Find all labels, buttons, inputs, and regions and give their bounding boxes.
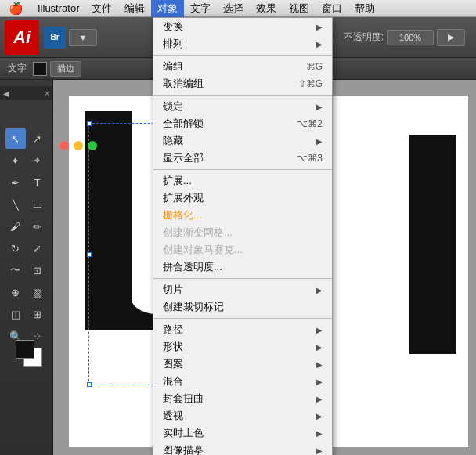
menu-lock-arrow: ▶ — [316, 103, 323, 111]
menubar-object[interactable]: 对象 — [151, 0, 184, 17]
menu-path-label: 路径 — [163, 323, 183, 337]
menu-hide[interactable]: 隐藏 ▶ — [153, 132, 332, 150]
panel-x[interactable]: × — [45, 89, 49, 98]
separator-1 — [153, 55, 332, 56]
menubar-file[interactable]: 文件 — [85, 0, 118, 17]
stroke-btn[interactable]: 描边 — [50, 61, 81, 77]
menu-show-all-label: 显示全部 — [163, 151, 204, 165]
column-chart-tool[interactable]: ▨ — [27, 282, 48, 302]
menu-lock[interactable]: 锁定 ▶ — [153, 98, 332, 115]
type-tool[interactable]: T — [27, 172, 48, 193]
maximize-button[interactable] — [88, 141, 97, 150]
tool-row-5: 🖌 ✏ — [5, 216, 48, 237]
gradient-tool[interactable]: ◫ — [5, 304, 26, 324]
menu-image-trace-arrow: ▶ — [316, 446, 323, 455]
menu-blend[interactable]: 混合 ▶ — [153, 373, 332, 390]
minimize-button[interactable] — [74, 141, 83, 150]
tool-row-4: ╲ ▭ — [5, 194, 48, 215]
menu-group-shortcut: ⌘G — [306, 61, 323, 72]
menubar-view[interactable]: 视图 — [283, 0, 316, 17]
magic-wand-tool[interactable]: ✦ — [5, 150, 26, 171]
paintbrush-tool[interactable]: 🖌 — [5, 216, 26, 237]
type-label: 文字 — [5, 62, 30, 75]
direct-select-tool[interactable]: ↗ — [27, 128, 48, 149]
menu-envelope-distort[interactable]: 封套扭曲 ▶ — [153, 390, 332, 407]
tool-row-1: ↖ ↗ — [5, 128, 48, 149]
menu-expand-appearance[interactable]: 扩展外观 — [153, 190, 332, 207]
menu-rasterize[interactable]: 栅格化... — [153, 207, 332, 224]
menu-flatten-transparency[interactable]: 拼合透明度... — [153, 258, 332, 276]
menu-image-trace[interactable]: 图像描摹 ▶ — [153, 442, 332, 455]
menubar-select[interactable]: 选择 — [217, 0, 250, 17]
select-tool[interactable]: ↖ — [5, 128, 26, 149]
menu-transform-arrow: ▶ — [316, 23, 323, 31]
menu-shape-arrow: ▶ — [316, 343, 323, 352]
menubar-illustrator[interactable]: Illustrator — [31, 0, 85, 17]
menu-slice-arrow: ▶ — [316, 286, 323, 294]
rect-tool[interactable]: ▭ — [27, 194, 48, 215]
menubar-type[interactable]: 文字 — [184, 0, 217, 17]
opacity-label: 不透明度: — [344, 31, 384, 44]
line-tool[interactable]: ╲ — [5, 194, 26, 215]
lasso-tool[interactable]: ⌖ — [27, 150, 48, 171]
menu-path[interactable]: 路径 ▶ — [153, 321, 332, 338]
menu-perspective[interactable]: 透视 ▶ — [153, 407, 332, 424]
menu-group[interactable]: 编组 ⌘G — [153, 58, 332, 75]
menu-create-trim-marks[interactable]: 创建裁切标记 — [153, 298, 332, 316]
tool-row-8: ⊕ ▨ — [5, 282, 48, 302]
menu-unlock-all[interactable]: 全部解锁 ⌥⌘2 — [153, 115, 332, 132]
menu-expand[interactable]: 扩展... — [153, 172, 332, 190]
fill-swatch[interactable] — [33, 62, 47, 76]
opacity-arrow[interactable]: ▶ — [437, 29, 465, 46]
separator-2 — [153, 95, 332, 96]
menu-arrange-label: 排列 — [163, 37, 183, 51]
warp-tool[interactable]: 〜 — [5, 260, 26, 280]
mesh-tool[interactable]: ⊞ — [27, 304, 48, 324]
menu-group-label: 编组 — [163, 60, 183, 74]
panel-toggle[interactable]: ◀ — [3, 89, 9, 98]
menu-lock-label: 锁定 — [163, 99, 183, 114]
free-transform-tool[interactable]: ⊡ — [27, 260, 48, 280]
tool-row-9: ◫ ⊞ — [5, 304, 48, 324]
menu-image-trace-label: 图像描摹 — [163, 443, 204, 455]
apple-menu[interactable]: 🍎 — [0, 2, 31, 16]
menu-arrange[interactable]: 排列 ▶ — [153, 35, 332, 52]
menu-live-paint-label: 实时上色 — [163, 426, 204, 440]
rotate-tool[interactable]: ↻ — [5, 238, 26, 258]
separator-4 — [153, 278, 332, 279]
pen-tool[interactable]: ✒ — [5, 172, 26, 193]
menu-slice[interactable]: 切片 ▶ — [153, 281, 332, 298]
menu-perspective-arrow: ▶ — [316, 412, 323, 421]
menu-show-all[interactable]: 显示全部 ⌥⌘3 — [153, 150, 332, 167]
bridge-btn[interactable]: Br — [44, 27, 66, 49]
separator-3 — [153, 169, 332, 170]
menu-path-arrow: ▶ — [316, 326, 323, 334]
scale-tool[interactable]: ⤢ — [27, 238, 48, 258]
close-button[interactable] — [60, 141, 69, 150]
menu-create-mosaic-label: 创建对象马赛克... — [163, 243, 243, 257]
menu-pattern[interactable]: 图案 ▶ — [153, 356, 332, 373]
toolbox: ◀ × ↖ ↗ ✦ ⌖ ✒ T ╲ ▭ 🖌 ✏ ↻ — [0, 80, 53, 455]
menu-ungroup[interactable]: 取消编组 ⇧⌘G — [153, 75, 332, 92]
foreground-color-swatch[interactable] — [16, 340, 34, 359]
menubar-help[interactable]: 帮助 — [348, 0, 381, 17]
menu-transform-label: 变换 — [163, 20, 183, 34]
opacity-value[interactable]: 100% — [387, 30, 434, 45]
menu-shape[interactable]: 形状 ▶ — [153, 338, 332, 356]
menu-blend-label: 混合 — [163, 374, 183, 388]
menu-ungroup-label: 取消编组 — [163, 77, 204, 91]
menu-live-paint-arrow: ▶ — [316, 429, 323, 438]
app-logo: Ai — [5, 20, 39, 55]
menubar-edit[interactable]: 编辑 — [118, 0, 151, 17]
menu-live-paint[interactable]: 实时上色 ▶ — [153, 424, 332, 442]
menubar-effect[interactable]: 效果 — [250, 0, 283, 17]
workspace-dropdown[interactable]: ▼ — [69, 29, 97, 46]
menu-create-gradient-mesh: 创建渐变网格... — [153, 224, 332, 241]
symbol-tool[interactable]: ⊕ — [5, 282, 26, 302]
tool-row-6: ↻ ⤢ — [5, 238, 48, 258]
menu-create-gradient-mesh-label: 创建渐变网格... — [163, 226, 233, 240]
tool-row-2: ✦ ⌖ — [5, 150, 48, 171]
pencil-tool[interactable]: ✏ — [27, 216, 48, 237]
menubar-window[interactable]: 窗口 — [316, 0, 348, 17]
menu-transform[interactable]: 变换 ▶ — [153, 18, 332, 35]
